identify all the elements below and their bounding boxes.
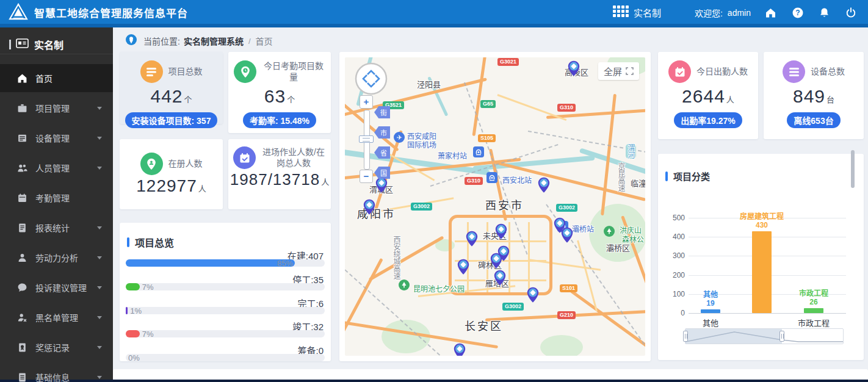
welcome-label: 欢迎您: xyxy=(695,7,723,19)
map-label: 长安区 xyxy=(465,317,503,333)
map-canvas[interactable]: 泾阳县高陵区临潼区渭城区咸阳市西安市未央区碑林区灞桥区雁塔区长安区西安北站萧家村… xyxy=(345,57,645,356)
map-label: 昆明池七夕公园 xyxy=(413,283,465,294)
map-project-marker[interactable] xyxy=(490,253,502,272)
progress-fill xyxy=(126,283,140,290)
map-project-marker[interactable] xyxy=(375,177,388,196)
stat-badge: 安装设备项目数: 357 xyxy=(125,112,218,128)
map-poi-station-icon[interactable] xyxy=(486,172,497,183)
datazoom-left-handle[interactable] xyxy=(683,331,688,342)
stat-badge: 考勤率: 15.48% xyxy=(243,112,316,128)
map-label: 灞桥站 xyxy=(572,223,594,234)
breadcrumb-prefix: 当前位置: xyxy=(143,35,180,47)
zoom-in-button[interactable]: + xyxy=(360,95,373,109)
zoom-out-button[interactable]: − xyxy=(360,170,373,183)
map-project-marker[interactable] xyxy=(363,199,375,218)
map-project-marker[interactable] xyxy=(454,343,466,356)
map-compass-control[interactable] xyxy=(355,62,388,95)
map-poi-station-icon[interactable] xyxy=(473,146,484,157)
sidebar-item-label: 投诉建议管理 xyxy=(35,281,87,294)
divider xyxy=(0,54,113,54)
map-project-marker[interactable] xyxy=(538,177,550,196)
breadcrumb-root-link[interactable]: 实名制管理系统 xyxy=(184,35,244,47)
report-icon xyxy=(17,223,27,233)
map-poi-air-icon[interactable]: ✈ xyxy=(394,132,405,143)
zoom-slider-handle[interactable] xyxy=(359,135,374,143)
progress-track: 85% xyxy=(126,259,325,267)
progress-percent: 0% xyxy=(128,353,140,361)
map-road xyxy=(345,258,383,351)
chevron-down-icon xyxy=(97,137,102,140)
home-icon xyxy=(17,73,27,84)
sidebar-item-home[interactable]: 首页 xyxy=(0,64,113,92)
pin-clock-icon xyxy=(234,60,256,83)
sidebar-item-label: 设备管理 xyxy=(35,132,70,144)
map-project-marker[interactable] xyxy=(527,287,539,306)
fullscreen-button[interactable]: 全屏 xyxy=(598,62,639,80)
chart-bar-3 xyxy=(804,308,823,313)
stat-unit: 台 xyxy=(826,95,834,104)
username[interactable]: admin xyxy=(728,8,751,18)
sidebar-item-report[interactable]: 报表统计 xyxy=(0,214,113,242)
chevron-down-icon xyxy=(97,346,102,349)
map-project-marker[interactable] xyxy=(568,60,580,79)
datazoom-slider[interactable] xyxy=(685,328,844,344)
sidebar-item-device[interactable]: 设备管理 xyxy=(0,124,113,152)
sidebar-item-labor[interactable]: 劳动力分析 xyxy=(0,243,113,272)
road-number-badge: S105 xyxy=(478,134,496,142)
vertical-scrollbar[interactable] xyxy=(851,150,855,188)
help-icon[interactable]: ? xyxy=(792,7,804,19)
map-poi-park-icon[interactable] xyxy=(399,279,410,290)
datazoom-right-handle[interactable] xyxy=(779,331,784,342)
map-project-marker[interactable] xyxy=(494,270,506,289)
datazoom-selected-range[interactable] xyxy=(685,329,782,344)
sidebar: 实名制 首页项目管理设备管理人员管理考勤管理报表统计劳动力分析投诉建议管理黑名单… xyxy=(0,27,113,380)
stat-unit: 个 xyxy=(287,95,295,104)
stat-unit: 人 xyxy=(198,184,206,193)
map-project-marker[interactable] xyxy=(495,223,507,242)
complaint-icon xyxy=(17,283,27,293)
progress-percent: 1% xyxy=(130,306,142,315)
map-project-marker[interactable] xyxy=(561,227,573,246)
map-project-marker[interactable] xyxy=(466,231,478,250)
power-icon[interactable] xyxy=(845,7,857,19)
zoom-level-2[interactable]: 市 xyxy=(374,126,390,139)
y-axis-tick: 400 xyxy=(665,232,685,241)
device-icon xyxy=(17,133,27,143)
sidebar-item-attendance[interactable]: 考勤管理 xyxy=(0,184,113,212)
sidebar-item-info[interactable]: 基础信息 xyxy=(0,363,113,382)
project-classification-panel: 项目分类 0100200300400500其他19其他房屋建筑工程430市政工程… xyxy=(658,154,864,360)
divider xyxy=(9,40,11,49)
sidebar-item-project[interactable]: 项目管理 xyxy=(0,94,113,122)
fullscreen-label: 全屏 xyxy=(604,65,622,77)
map-label: 国际机场 xyxy=(407,139,436,150)
map-label: 京昆高速 xyxy=(616,162,626,192)
project-icon xyxy=(17,103,27,114)
road-number-badge: G3002 xyxy=(556,204,577,212)
sidebar-item-label: 基础信息 xyxy=(35,371,70,382)
stat-unit: 个 xyxy=(184,95,192,104)
breadcrumb-current-link[interactable]: 首页 xyxy=(256,35,273,47)
stat-card-today-attendance-people: 今日出勤人数 2644人 出勤率19.27% xyxy=(658,52,758,139)
sidebar-item-label: 黑名单管理 xyxy=(35,311,78,323)
sidebar-item-blacklist[interactable]: 黑名单管理 xyxy=(0,303,113,331)
gridline xyxy=(689,313,846,314)
bell-icon[interactable] xyxy=(819,7,830,19)
map-label: 西安绕城高速 xyxy=(391,236,402,279)
sidebar-item-label: 人员管理 xyxy=(35,162,70,174)
chevron-down-icon xyxy=(97,286,102,289)
sidebar-item-complaint[interactable]: 投诉建议管理 xyxy=(0,273,113,301)
app-switcher-button[interactable]: 实名制 xyxy=(613,5,661,20)
road-number-badge: G310 xyxy=(557,104,576,112)
map-poi-park-icon[interactable] xyxy=(604,226,615,237)
svg-text:?: ? xyxy=(795,9,800,17)
stat-card-today-attendance-projects: 今日考勤项目数量 63个 考勤率: 15.48% xyxy=(228,52,331,133)
road-number-badge: G65 xyxy=(480,100,496,108)
sidebar-item-people[interactable]: 人员管理 xyxy=(0,154,113,182)
map-project-marker[interactable] xyxy=(457,259,469,278)
chevron-down-icon xyxy=(97,167,102,170)
sidebar-item-reward[interactable]: 奖惩记录 xyxy=(0,333,113,361)
sidebar-header: 实名制 xyxy=(0,34,113,56)
bar-value-label: 房屋建筑工程430 xyxy=(725,213,798,230)
map-road xyxy=(497,94,566,121)
home-icon[interactable] xyxy=(764,7,777,19)
